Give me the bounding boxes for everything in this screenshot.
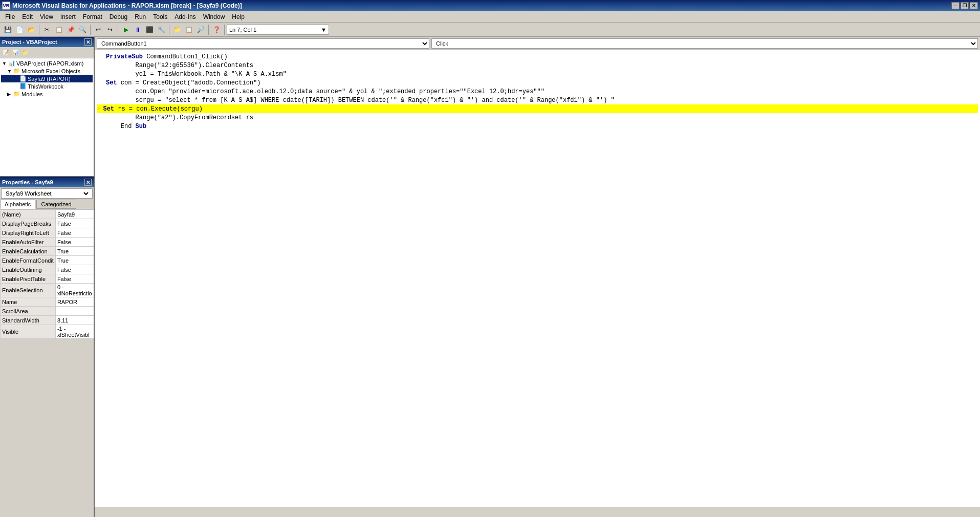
prop-name: EnableOutlining — [1, 265, 56, 274]
tree-sayfa9[interactable]: 📄 Sayfa9 (RAPOR) — [1, 75, 93, 82]
redo-btn[interactable]: ↪ — [104, 24, 116, 35]
menu-bar: File Edit View Insert Format Debug Run T… — [0, 11, 980, 23]
copy-btn[interactable]: 📋 — [53, 24, 64, 35]
app-icon: VB — [2, 2, 10, 10]
object-browser-btn[interactable]: 🔎 — [195, 24, 206, 35]
help-btn[interactable]: ❓ — [211, 24, 222, 35]
prop-value[interactable]: False — [55, 265, 94, 274]
prop-value[interactable]: Sayfa9 — [55, 210, 94, 219]
prop-name: EnablePivotTable — [1, 274, 56, 284]
code-line[interactable]: yol = ThisWorkbook.Path & "\K A S A.xlsm… — [97, 70, 978, 78]
expand-icon-2: ▼ — [7, 69, 12, 74]
tree-excel-objects-label: Microsoft Excel Objects — [21, 68, 80, 74]
properties-selector[interactable]: Sayfa9 Worksheet — [1, 188, 93, 199]
prop-value[interactable]: False — [55, 274, 94, 284]
code-line[interactable]: Range("a2").CopyFromRecordset rs — [97, 113, 978, 122]
undo-btn[interactable]: ↩ — [93, 24, 104, 35]
object-combo[interactable]: CommandButton1 — [97, 38, 429, 49]
properties-title: Properties - Sayfa9 — [2, 179, 53, 185]
code-toolbar: CommandButton1 Click — [95, 37, 980, 50]
project-explorer-btn[interactable]: 📁 — [171, 24, 183, 35]
property-row: DisplayRightToLeftFalse — [1, 228, 94, 238]
tab-categorized[interactable]: Categorized — [36, 200, 76, 209]
properties-btn[interactable]: 📋 — [183, 24, 194, 35]
prop-value[interactable]: False — [55, 238, 94, 247]
close-button[interactable]: ✕ — [970, 2, 978, 9]
menu-tools[interactable]: Tools — [150, 12, 170, 21]
code-area[interactable]: Private Sub CommandButton1_Click() Range… — [95, 50, 980, 507]
project-icon: 📊 — [8, 60, 15, 67]
tree-excel-objects[interactable]: ▼ 📁 Microsoft Excel Objects — [1, 67, 93, 75]
code-line[interactable]: Private Sub CommandButton1_Click() — [97, 52, 978, 61]
properties-selector-dropdown[interactable]: Sayfa9 Worksheet — [4, 190, 90, 197]
prop-value[interactable]: 0 - xlNoRestrictio — [55, 284, 94, 297]
minimize-button[interactable]: ─ — [951, 2, 960, 9]
new-btn[interactable]: 📄 — [14, 24, 25, 35]
properties-close-button[interactable]: ✕ — [84, 179, 92, 186]
open-btn[interactable]: 📂 — [26, 24, 37, 35]
code-bottom-bar — [95, 507, 980, 517]
tree-project-label: VBAProject (RAPOR.xlsm) — [16, 60, 83, 67]
reset-btn[interactable]: ⬛ — [144, 24, 155, 35]
prop-value[interactable] — [55, 307, 94, 316]
property-row: DisplayPageBreaksFalse — [1, 219, 94, 228]
procedure-combo[interactable]: Click — [431, 38, 978, 49]
tree-thisworkbook-label: ThisWorkbook — [28, 83, 63, 90]
code-line[interactable]: ➤ Set rs = con.Execute(sorgu) — [97, 104, 978, 113]
code-line[interactable]: Range("a2:g65536").ClearContents — [97, 61, 978, 70]
find-btn[interactable]: 🔍 — [77, 24, 88, 35]
tree-modules[interactable]: ▶ 📁 Modules — [1, 90, 93, 98]
cut-btn[interactable]: ✂ — [41, 24, 53, 35]
menu-window[interactable]: Window — [200, 12, 228, 21]
sep5 — [208, 25, 209, 35]
tree-root[interactable]: ▼ 📊 VBAProject (RAPOR.xlsm) — [1, 59, 93, 67]
code-line[interactable]: End Sub — [97, 122, 978, 131]
location-dropdown[interactable]: ▼ — [321, 27, 326, 33]
properties-titlebar: Properties - Sayfa9 ✕ — [0, 177, 94, 187]
run-btn[interactable]: ▶ — [120, 24, 132, 35]
menu-debug[interactable]: Debug — [106, 12, 130, 21]
property-row: EnableCalculationTrue — [1, 247, 94, 256]
code-line[interactable]: Set con = CreateObject("adodb.Connection… — [97, 78, 978, 87]
prop-value[interactable]: RAPOR — [55, 297, 94, 307]
break-btn[interactable]: ⏸ — [132, 24, 143, 35]
prop-name: EnableCalculation — [1, 247, 56, 256]
prop-value[interactable]: False — [55, 228, 94, 238]
menu-format[interactable]: Format — [80, 12, 105, 21]
sep3 — [118, 25, 118, 35]
prop-name: DisplayRightToLeft — [1, 228, 56, 238]
paste-btn[interactable]: 📌 — [65, 24, 76, 35]
main-layout: Project - VBAProject ✕ 📝 📊 📁 ▼ 📊 VBAProj… — [0, 37, 980, 517]
code-line[interactable]: con.Open "provider=microsoft.ace.oledb.1… — [97, 87, 978, 96]
property-row: StandardWidth8,11 — [1, 316, 94, 325]
design-mode-btn[interactable]: 🔧 — [156, 24, 167, 35]
window-controls: ─ ❐ ✕ — [951, 2, 978, 9]
project-close-button[interactable]: ✕ — [84, 38, 92, 46]
properties-tabs: Alphabetic Categorized — [0, 200, 94, 209]
code-panel: CommandButton1 Click Private Sub Command… — [95, 37, 980, 517]
menu-run[interactable]: Run — [132, 12, 149, 21]
prop-value[interactable]: 8,11 — [55, 316, 94, 325]
menu-addins[interactable]: Add-Ins — [171, 12, 199, 21]
restore-button[interactable]: ❐ — [961, 2, 969, 9]
menu-file[interactable]: File — [2, 12, 18, 21]
tree-thisworkbook[interactable]: 📘 ThisWorkbook — [1, 82, 93, 90]
view-code-btn[interactable]: 📝 — [1, 48, 10, 57]
code-line[interactable]: sorgu = "select * from [K A S A$] WHERE … — [97, 96, 978, 104]
menu-help[interactable]: Help — [229, 12, 248, 21]
toggle-folders-btn[interactable]: 📁 — [20, 48, 30, 57]
sep6 — [224, 25, 225, 35]
prop-value[interactable]: True — [55, 256, 94, 265]
menu-edit[interactable]: Edit — [19, 12, 36, 21]
view-object-btn[interactable]: 📊 — [11, 48, 20, 57]
prop-value[interactable]: False — [55, 219, 94, 228]
save-btn[interactable]: 💾 — [2, 24, 13, 35]
menu-insert[interactable]: Insert — [57, 12, 79, 21]
menu-view[interactable]: View — [37, 12, 56, 21]
tab-alphabetic[interactable]: Alphabetic — [0, 200, 35, 209]
left-panel: Project - VBAProject ✕ 📝 📊 📁 ▼ 📊 VBAProj… — [0, 37, 95, 517]
prop-value[interactable]: True — [55, 247, 94, 256]
modules-icon: 📁 — [13, 91, 20, 97]
prop-value[interactable]: -1 - xlSheetVisibl — [55, 325, 94, 339]
prop-name: StandardWidth — [1, 316, 56, 325]
